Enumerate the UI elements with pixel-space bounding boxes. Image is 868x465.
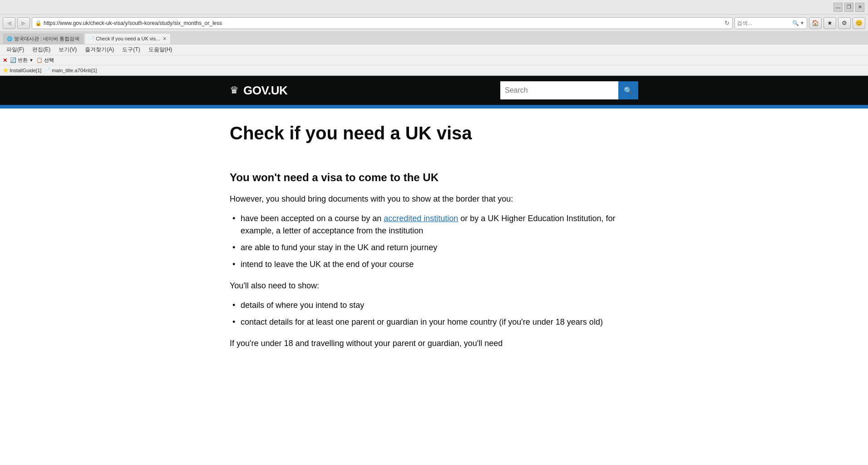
home-icon: 🏠: [812, 20, 819, 26]
list-item-4: details of where you intend to stay: [230, 299, 638, 312]
refresh-icon[interactable]: ↻: [725, 20, 730, 26]
browser-search-icon[interactable]: 🔍: [792, 20, 799, 26]
menu-file[interactable]: 파일(F): [3, 45, 28, 54]
emoji-icon: 😊: [855, 20, 863, 26]
list-item-3: intend to leave the UK at the end of you…: [230, 258, 638, 271]
menu-view[interactable]: 보기(V): [55, 45, 80, 54]
bookmark-2[interactable]: 📄 main_title.a704nb[1]: [45, 68, 97, 73]
nav-bar: ◀ ▶ 🔒 ↻ 🔍 ▼ 🏠 ★ ⚙ 😊: [0, 15, 868, 32]
close-button[interactable]: ✕: [855, 3, 864, 12]
crown-icon: ♛: [230, 84, 239, 96]
forward-icon: ▶: [21, 20, 26, 26]
tab2-label: Check if you need a UK vis...: [96, 36, 160, 41]
list-item-2: are able to fund your stay in the UK and…: [230, 242, 638, 254]
tab1-favicon: 🌐: [7, 36, 12, 41]
stop-loading-button[interactable]: ✕: [3, 57, 7, 64]
list-item-1-text-before: have been accepted on a course by an: [241, 214, 384, 223]
home-button[interactable]: 🏠: [809, 17, 822, 29]
bookmark-1[interactable]: ⭐ InstallGuide[1]: [3, 68, 41, 73]
bookmark2-label: main_title.a704nb[1]: [52, 68, 97, 73]
tab2-favicon: 📄: [89, 36, 94, 41]
menu-edit[interactable]: 편집(E): [29, 45, 54, 54]
favorites-button[interactable]: ★: [824, 17, 836, 29]
minimize-button[interactable]: —: [833, 3, 843, 12]
section-heading: You won't need a visa to come to the UK: [230, 171, 638, 184]
convert-dropdown-icon[interactable]: ▼: [29, 58, 34, 63]
footer-partial-text: If you're under 18 and travelling withou…: [230, 337, 638, 350]
back-icon: ◀: [7, 20, 11, 26]
convert-control: 🔄 변환 ▼: [10, 57, 34, 64]
list-item-3-text: intend to leave the UK at the end of you…: [241, 260, 414, 269]
list-item-5: contact details for at least one parent …: [230, 316, 638, 328]
window-controls: — ❐ ✕: [833, 3, 864, 12]
bullet-list-2: details of where you intend to stay cont…: [230, 299, 638, 328]
menu-favorites[interactable]: 즐겨찾기(A): [81, 45, 118, 54]
blue-accent-bar: [0, 105, 868, 109]
browser-search-bar: 🔍 ▼: [735, 17, 807, 29]
select-icon: 📋: [36, 57, 43, 63]
also-show-paragraph: You'll also need to show:: [230, 280, 638, 292]
back-button[interactable]: ◀: [3, 17, 15, 29]
page-title: Check if you need a UK visa: [230, 122, 638, 144]
list-item-4-text: details of where you intend to stay: [241, 301, 364, 310]
tab2-close-icon[interactable]: ✕: [163, 36, 167, 42]
title-bar: — ❐ ✕: [0, 0, 868, 15]
search-icon: 🔍: [624, 86, 633, 95]
tab-1[interactable]: 🌐 영국대사관 : 네이버 통합검색: [3, 33, 84, 44]
govuk-search-form: 🔍: [500, 81, 638, 99]
loading-bar: ✕ 🔄 변환 ▼ 📋 선택: [0, 55, 868, 65]
convert-icon: 🔄: [10, 57, 16, 63]
govuk-logo-text: GOV.UK: [243, 84, 287, 98]
list-item-1: have been accepted on a course by an acc…: [230, 213, 638, 237]
star-icon: ★: [827, 20, 833, 26]
gear-icon: ⚙: [842, 20, 847, 26]
bookmark1-icon: ⭐: [3, 68, 8, 73]
menu-tools[interactable]: 도구(T): [118, 45, 143, 54]
bullet-list-1: have been accepted on a course by an acc…: [230, 213, 638, 271]
settings-button[interactable]: ⚙: [838, 17, 851, 29]
list-item-2-text: are able to fund your stay in the UK and…: [241, 243, 437, 252]
emoji-button[interactable]: 😊: [853, 17, 865, 29]
bookmark1-label: InstallGuide[1]: [10, 68, 41, 73]
tab-2[interactable]: 📄 Check if you need a UK vis... ✕: [84, 33, 171, 44]
govuk-logo[interactable]: ♛ GOV.UK: [230, 84, 287, 98]
govuk-header: ♛ GOV.UK 🔍: [0, 76, 868, 105]
spacer-1: [230, 158, 638, 171]
bookmark2-icon: 📄: [45, 68, 50, 73]
select-label: 📋 선택: [36, 57, 54, 64]
menu-help[interactable]: 도움말(H): [145, 45, 176, 54]
select-text: 선택: [44, 57, 54, 64]
accredited-institution-link[interactable]: accredited institution: [384, 214, 458, 223]
bookmark-bar: ⭐ InstallGuide[1] 📄 main_title.a704nb[1]: [0, 65, 868, 75]
govuk-header-inner: ♛ GOV.UK 🔍: [216, 81, 652, 99]
govuk-search-button[interactable]: 🔍: [618, 81, 638, 99]
browser-search-input[interactable]: [737, 20, 791, 26]
page-content: Check if you need a UK visa You won't ne…: [216, 109, 652, 371]
tab-bar: 🌐 영국대사관 : 네이버 통합검색 📄 Check if you need a…: [0, 32, 868, 45]
tab1-label: 영국대사관 : 네이버 통합검색: [14, 35, 79, 42]
address-bar-container: 🔒 ↻: [32, 17, 733, 29]
convert-label[interactable]: 변환: [18, 57, 28, 64]
forward-button[interactable]: ▶: [17, 17, 30, 29]
search-dropdown-icon[interactable]: ▼: [800, 20, 804, 25]
intro-paragraph: However, you should bring documents with…: [230, 193, 638, 205]
restore-button[interactable]: ❐: [844, 3, 853, 12]
list-item-5-text: contact details for at least one parent …: [241, 317, 603, 326]
menu-bar: 파일(F) 편집(E) 보기(V) 즐겨찾기(A) 도구(T) 도움말(H): [0, 45, 868, 55]
lock-icon: 🔒: [35, 20, 42, 26]
address-input[interactable]: [44, 20, 723, 26]
govuk-search-input[interactable]: [500, 81, 618, 99]
